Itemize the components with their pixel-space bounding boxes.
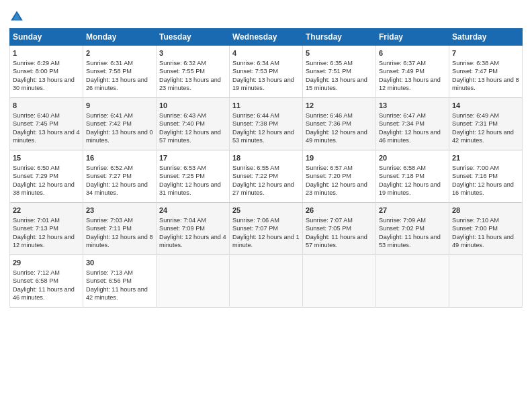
col-tuesday: Tuesday — [157, 29, 230, 46]
calendar-cell: 14Sunrise: 6:49 AMSunset: 7:31 PMDayligh… — [449, 98, 523, 150]
calendar-cell: 29Sunrise: 7:12 AMSunset: 6:58 PMDayligh… — [10, 255, 83, 308]
day-number: 11 — [232, 101, 300, 111]
daylight-text: Daylight: 13 hours and 15 minutes. — [306, 77, 367, 91]
sunrise-text: Sunrise: 7:10 AM — [452, 217, 499, 224]
sunset-text: Sunset: 7:58 PM — [86, 68, 132, 75]
sunset-text: Sunset: 7:20 PM — [306, 173, 351, 179]
sunrise-text: Sunrise: 6:40 AM — [13, 112, 60, 119]
calendar-cell: 6Sunrise: 6:37 AMSunset: 7:49 PMDaylight… — [376, 46, 449, 98]
daylight-text: Daylight: 12 hours and 49 minutes. — [306, 129, 367, 144]
daylight-text: Daylight: 11 hours and 42 minutes. — [86, 286, 148, 301]
calendar-cell: 1Sunrise: 6:29 AMSunset: 8:00 PMDaylight… — [10, 46, 83, 98]
day-number: 5 — [306, 48, 373, 58]
calendar-cell: 28Sunrise: 7:10 AMSunset: 7:00 PMDayligh… — [449, 203, 523, 255]
sunrise-text: Sunrise: 6:57 AM — [306, 165, 353, 171]
sunrise-text: Sunrise: 6:47 AM — [379, 112, 426, 119]
calendar-cell: 15Sunrise: 6:50 AMSunset: 7:29 PMDayligh… — [10, 150, 83, 203]
sunset-text: Sunset: 7:31 PM — [452, 120, 498, 127]
calendar-cell — [230, 255, 303, 308]
daylight-text: Daylight: 13 hours and 12 minutes. — [379, 77, 441, 91]
sunrise-text: Sunrise: 7:07 AM — [306, 217, 353, 224]
sunrise-text: Sunrise: 6:41 AM — [86, 112, 133, 119]
calendar-cell: 19Sunrise: 6:57 AMSunset: 7:20 PMDayligh… — [303, 150, 376, 203]
sunset-text: Sunset: 7:34 PM — [379, 120, 425, 127]
day-number: 25 — [232, 205, 300, 216]
day-number: 12 — [306, 101, 373, 111]
day-number: 17 — [159, 153, 226, 163]
calendar-cell: 18Sunrise: 6:55 AMSunset: 7:22 PMDayligh… — [230, 150, 303, 203]
sunrise-text: Sunrise: 6:58 AM — [379, 165, 426, 171]
daylight-text: Daylight: 13 hours and 26 minutes. — [86, 77, 148, 91]
day-number: 2 — [86, 48, 153, 58]
sunset-text: Sunset: 7:02 PM — [379, 225, 425, 232]
daylight-text: Daylight: 12 hours and 12 minutes. — [13, 234, 75, 248]
sunset-text: Sunset: 7:40 PM — [159, 120, 205, 127]
calendar-week-3: 22Sunrise: 7:01 AMSunset: 7:13 PMDayligh… — [10, 203, 523, 255]
daylight-text: Daylight: 12 hours and 16 minutes. — [452, 181, 514, 196]
sunrise-text: Sunrise: 6:46 AM — [306, 112, 353, 119]
sunset-text: Sunset: 7:00 PM — [452, 225, 498, 232]
daylight-text: Daylight: 13 hours and 19 minutes. — [232, 77, 294, 91]
sunrise-text: Sunrise: 7:06 AM — [232, 217, 279, 224]
calendar-cell: 11Sunrise: 6:44 AMSunset: 7:38 PMDayligh… — [230, 98, 303, 150]
day-number: 10 — [159, 101, 226, 111]
sunset-text: Sunset: 7:27 PM — [86, 173, 132, 179]
sunset-text: Sunset: 7:45 PM — [13, 120, 58, 127]
sunrise-text: Sunrise: 7:12 AM — [13, 269, 60, 276]
calendar-cell: 16Sunrise: 6:52 AMSunset: 7:27 PMDayligh… — [83, 150, 157, 203]
calendar-week-0: 1Sunrise: 6:29 AMSunset: 8:00 PMDaylight… — [10, 46, 523, 98]
day-number: 20 — [379, 153, 446, 163]
day-number: 14 — [452, 101, 519, 111]
calendar-cell: 2Sunrise: 6:31 AMSunset: 7:58 PMDaylight… — [83, 46, 157, 98]
daylight-text: Daylight: 12 hours and 27 minutes. — [232, 181, 294, 196]
sunset-text: Sunset: 7:53 PM — [232, 68, 278, 75]
calendar-cell — [376, 255, 449, 308]
sunset-text: Sunset: 7:05 PM — [306, 225, 351, 232]
day-number: 18 — [232, 153, 300, 163]
day-number: 4 — [232, 48, 300, 58]
sunrise-text: Sunrise: 7:03 AM — [86, 217, 133, 224]
calendar-cell: 13Sunrise: 6:47 AMSunset: 7:34 PMDayligh… — [376, 98, 449, 150]
sunset-text: Sunset: 7:13 PM — [13, 225, 58, 232]
calendar-cell: 10Sunrise: 6:43 AMSunset: 7:40 PMDayligh… — [157, 98, 230, 150]
sunset-text: Sunset: 7:42 PM — [86, 120, 132, 127]
sunset-text: Sunset: 6:56 PM — [86, 277, 132, 284]
sunrise-text: Sunrise: 6:44 AM — [232, 112, 279, 119]
day-number: 30 — [86, 258, 153, 268]
daylight-text: Daylight: 13 hours and 4 minutes. — [13, 129, 80, 144]
daylight-text: Daylight: 12 hours and 46 minutes. — [379, 129, 441, 144]
calendar-cell: 21Sunrise: 7:00 AMSunset: 7:16 PMDayligh… — [449, 150, 523, 203]
sunset-text: Sunset: 7:36 PM — [306, 120, 351, 127]
sunrise-text: Sunrise: 6:38 AM — [452, 60, 499, 66]
calendar-cell: 27Sunrise: 7:09 AMSunset: 7:02 PMDayligh… — [376, 203, 449, 255]
calendar-cell: 9Sunrise: 6:41 AMSunset: 7:42 PMDaylight… — [83, 98, 157, 150]
calendar-week-4: 29Sunrise: 7:12 AMSunset: 6:58 PMDayligh… — [10, 255, 523, 308]
calendar-week-1: 8Sunrise: 6:40 AMSunset: 7:45 PMDaylight… — [10, 98, 523, 150]
sunset-text: Sunset: 7:11 PM — [86, 225, 132, 232]
daylight-text: Daylight: 12 hours and 42 minutes. — [452, 129, 514, 144]
daylight-text: Daylight: 12 hours and 1 minute. — [232, 234, 300, 248]
sunset-text: Sunset: 7:38 PM — [232, 120, 278, 127]
calendar-cell: 24Sunrise: 7:04 AMSunset: 7:09 PMDayligh… — [157, 203, 230, 255]
sunrise-text: Sunrise: 7:00 AM — [452, 165, 499, 171]
calendar-cell — [303, 255, 376, 308]
day-number: 9 — [86, 101, 153, 111]
col-wednesday: Wednesday — [230, 29, 303, 46]
day-number: 22 — [13, 205, 80, 216]
calendar-cell: 7Sunrise: 6:38 AMSunset: 7:47 PMDaylight… — [449, 46, 523, 98]
daylight-text: Daylight: 12 hours and 34 minutes. — [86, 181, 148, 196]
calendar-table: Sunday Monday Tuesday Wednesday Thursday… — [9, 28, 523, 308]
logo — [9, 9, 27, 24]
sunrise-text: Sunrise: 6:34 AM — [232, 60, 279, 66]
sunset-text: Sunset: 7:07 PM — [232, 225, 278, 232]
daylight-text: Daylight: 12 hours and 19 minutes. — [379, 181, 441, 196]
calendar-cell: 12Sunrise: 6:46 AMSunset: 7:36 PMDayligh… — [303, 98, 376, 150]
day-number: 8 — [13, 101, 80, 111]
daylight-text: Daylight: 12 hours and 23 minutes. — [306, 181, 367, 196]
col-thursday: Thursday — [303, 29, 376, 46]
calendar-cell: 17Sunrise: 6:53 AMSunset: 7:25 PMDayligh… — [157, 150, 230, 203]
daylight-text: Daylight: 12 hours and 4 minutes. — [159, 234, 226, 248]
sunrise-text: Sunrise: 6:53 AM — [159, 165, 206, 171]
day-number: 15 — [13, 153, 80, 163]
sunset-text: Sunset: 7:51 PM — [306, 68, 351, 75]
